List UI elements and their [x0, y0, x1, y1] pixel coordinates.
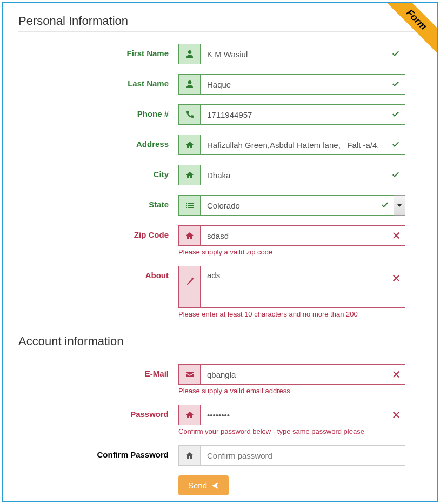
label-state: State — [18, 195, 178, 209]
home-icon — [178, 225, 200, 246]
form-container: Form Personal Information First Name Las… — [2, 2, 438, 502]
row-last-name: Last Name — [18, 74, 422, 95]
state-select[interactable]: Colorado — [200, 195, 405, 216]
svg-rect-3 — [188, 205, 194, 206]
svg-rect-0 — [186, 203, 187, 204]
row-city: City — [18, 165, 422, 185]
user-icon — [178, 74, 200, 95]
row-zip: Zip Code Please supply a vaild zip code — [18, 225, 422, 256]
svg-rect-1 — [188, 203, 194, 204]
email-error-text: Please supply a valid email address — [178, 387, 405, 395]
about-error-text: Please enter at least 10 characters and … — [178, 310, 405, 318]
label-zip: Zip Code — [18, 225, 178, 239]
home-icon — [178, 135, 200, 155]
label-email: E-Mail — [18, 364, 178, 378]
label-about: About — [18, 266, 178, 280]
row-confirm: Confirm Password — [18, 445, 422, 466]
address-input[interactable] — [200, 135, 405, 155]
city-input[interactable] — [200, 165, 405, 185]
zip-error-text: Please supply a vaild zip code — [178, 248, 405, 256]
about-textarea[interactable] — [200, 266, 405, 308]
label-confirm: Confirm Password — [18, 445, 178, 459]
svg-rect-2 — [186, 205, 187, 206]
send-button-label: Send — [188, 481, 207, 490]
divider — [18, 352, 422, 352]
password-error-text: Confirm your password below - type same … — [178, 427, 405, 435]
confirm-password-input[interactable] — [200, 445, 405, 466]
list-icon — [178, 195, 200, 216]
label-phone: Phone # — [18, 104, 178, 118]
home-icon — [178, 445, 200, 466]
home-icon — [178, 165, 200, 185]
svg-rect-5 — [188, 207, 194, 208]
row-email: E-Mail Please supply a valid email addre… — [18, 364, 422, 395]
phone-input[interactable] — [200, 104, 405, 125]
last-name-input[interactable] — [200, 74, 405, 95]
label-password: Password — [18, 405, 178, 419]
mail-icon — [178, 364, 200, 385]
row-first-name: First Name — [18, 44, 422, 64]
section-title-personal: Personal Information — [18, 14, 422, 28]
home-icon — [178, 405, 200, 425]
row-state: State Colorado — [18, 195, 422, 216]
label-address: Address — [18, 135, 178, 149]
label-last-name: Last Name — [18, 74, 178, 88]
send-button[interactable]: Send — [178, 475, 229, 495]
section-title-account: Account information — [18, 334, 422, 348]
zip-input[interactable] — [200, 225, 405, 246]
row-password: Password Confirm your password below - t… — [18, 405, 422, 435]
row-phone: Phone # — [18, 104, 422, 125]
label-city: City — [18, 165, 178, 179]
svg-rect-4 — [186, 207, 187, 208]
password-input[interactable] — [200, 405, 405, 425]
first-name-input[interactable] — [200, 44, 405, 64]
pencil-icon — [178, 266, 200, 308]
send-icon — [211, 482, 219, 489]
phone-icon — [178, 104, 200, 125]
email-input[interactable] — [200, 364, 405, 385]
user-icon — [178, 44, 200, 64]
row-address: Address — [18, 135, 422, 155]
divider — [18, 31, 422, 32]
row-about: About Please enter at least 10 character… — [18, 266, 422, 318]
label-first-name: First Name — [18, 44, 178, 58]
